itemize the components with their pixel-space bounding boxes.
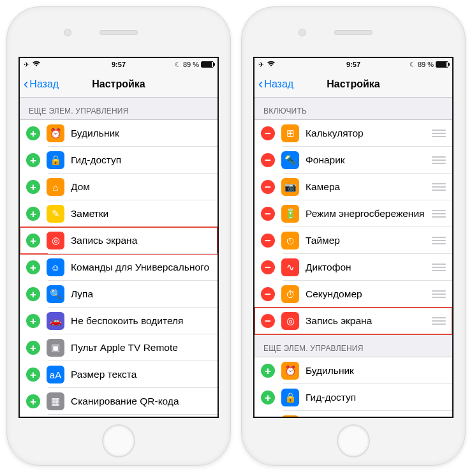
front-camera bbox=[299, 29, 306, 36]
add-button[interactable]: + bbox=[26, 234, 40, 248]
front-camera bbox=[64, 29, 71, 36]
drag-handle-icon[interactable] bbox=[432, 262, 446, 273]
control-label: Будильник bbox=[71, 128, 211, 139]
control-row-lowpower[interactable]: −🔋Режим энергосбережения bbox=[254, 200, 452, 227]
add-button[interactable]: + bbox=[26, 287, 40, 301]
add-button[interactable]: + bbox=[26, 153, 40, 167]
control-row-home[interactable]: +⌂Дом bbox=[254, 411, 452, 417]
wifi-icon bbox=[32, 61, 41, 68]
flashlight-icon: 🔦 bbox=[281, 151, 299, 169]
control-row-guided[interactable]: +🔒Гид-доступ bbox=[20, 147, 218, 174]
control-row-apple_tv[interactable]: +▣Пульт Apple TV Remote bbox=[20, 334, 218, 361]
status-time: 9:57 bbox=[112, 61, 126, 68]
add-button[interactable]: + bbox=[26, 314, 40, 328]
remove-button[interactable]: − bbox=[261, 260, 275, 274]
nav-bar: ‹ Назад Настройка bbox=[20, 71, 218, 98]
section-include-header: ВКЛЮЧИТЬ bbox=[254, 98, 452, 119]
drag-handle-icon[interactable] bbox=[432, 235, 446, 246]
add-button[interactable]: + bbox=[26, 394, 40, 408]
control-row-hearing[interactable]: +👂Слух bbox=[20, 415, 218, 417]
speaker bbox=[334, 30, 372, 35]
control-row-camera[interactable]: −📷Камера bbox=[254, 174, 452, 200]
drag-handle-icon[interactable] bbox=[432, 208, 446, 219]
add-button[interactable]: + bbox=[26, 341, 40, 355]
home-icon: ⌂ bbox=[281, 415, 299, 417]
remove-button[interactable]: − bbox=[261, 287, 275, 301]
control-label: Размер текста bbox=[71, 369, 211, 380]
control-row-alarm[interactable]: +⏰Будильник bbox=[20, 120, 218, 147]
magnifier-icon: 🔍 bbox=[47, 285, 64, 303]
control-row-screenrec[interactable]: −◎Запись экрана bbox=[254, 308, 452, 334]
control-label: Гид-доступ bbox=[306, 392, 446, 403]
remove-button[interactable]: − bbox=[261, 234, 275, 248]
control-row-calculator[interactable]: −⊞Калькулятор bbox=[254, 120, 452, 147]
control-label: Калькулятор bbox=[306, 128, 432, 139]
notes-icon: ✎ bbox=[47, 205, 64, 223]
speaker bbox=[100, 30, 138, 35]
control-row-textsize[interactable]: +aAРазмер текста bbox=[20, 361, 218, 388]
drag-handle-icon[interactable] bbox=[432, 181, 446, 193]
add-button[interactable]: + bbox=[261, 364, 275, 378]
add-button[interactable]: + bbox=[26, 126, 40, 140]
control-label: Запись экрана bbox=[306, 315, 432, 327]
control-row-qr[interactable]: +▦Сканирование QR-кода bbox=[20, 388, 218, 415]
control-row-timer[interactable]: −⏲Таймер bbox=[254, 227, 452, 254]
drag-handle-icon[interactable] bbox=[432, 315, 446, 327]
add-button[interactable]: + bbox=[26, 207, 40, 221]
stopwatch-icon: ⏱ bbox=[281, 285, 299, 303]
drag-handle-icon[interactable] bbox=[432, 288, 446, 300]
control-label: Запись экрана bbox=[71, 235, 211, 246]
add-button[interactable]: + bbox=[26, 180, 40, 194]
drag-handle-icon[interactable] bbox=[432, 154, 446, 166]
remove-button[interactable]: − bbox=[261, 180, 275, 194]
more-controls-list: +⏰Будильник+🔒Гид-доступ+⌂Дом+✎Заметки+☺К… bbox=[254, 357, 452, 417]
control-row-accessibility[interactable]: +☺Команды для Универсального дост… bbox=[20, 254, 218, 281]
more-controls-list: +⏰Будильник+🔒Гид-доступ+⌂Дом+✎Заметки+◎З… bbox=[20, 119, 218, 417]
control-row-alarm[interactable]: +⏰Будильник bbox=[254, 357, 452, 384]
lowpower-icon: 🔋 bbox=[281, 205, 299, 223]
control-row-magnifier[interactable]: +🔍Лупа bbox=[20, 281, 218, 308]
control-label: Дом bbox=[71, 181, 211, 193]
control-label: Фонарик bbox=[306, 154, 432, 166]
control-row-guided[interactable]: +🔒Гид-доступ bbox=[254, 384, 452, 411]
home-icon: ⌂ bbox=[47, 178, 64, 196]
control-row-stopwatch[interactable]: −⏱Секундомер bbox=[254, 281, 452, 308]
control-row-screenrec[interactable]: +◎Запись экрана bbox=[20, 227, 218, 254]
home-button[interactable] bbox=[102, 424, 135, 457]
control-label: Сканирование QR-кода bbox=[71, 396, 211, 407]
back-button[interactable]: ‹ Назад bbox=[254, 77, 297, 91]
add-button[interactable]: + bbox=[261, 390, 275, 405]
remove-button[interactable]: − bbox=[261, 207, 275, 221]
remove-button[interactable]: − bbox=[261, 153, 275, 167]
screen: ✈︎ 9:57 ☾ 89 % ‹ Назад Настройка ВКЛЮЧИТ… bbox=[253, 57, 454, 418]
control-label: Команды для Универсального дост… bbox=[71, 262, 211, 273]
add-button[interactable]: + bbox=[26, 260, 40, 274]
control-label: Заметки bbox=[71, 208, 211, 219]
calculator-icon: ⊞ bbox=[281, 124, 299, 142]
moon-icon: ☾ bbox=[175, 61, 181, 69]
control-row-dnd_drive[interactable]: +🚗Не беспокоить водителя bbox=[20, 308, 218, 334]
control-label: Гид-доступ bbox=[71, 154, 211, 166]
control-row-voicememo[interactable]: −∿Диктофон bbox=[254, 254, 452, 281]
chevron-left-icon: ‹ bbox=[24, 77, 28, 91]
moon-icon: ☾ bbox=[409, 61, 416, 69]
section-more-header: ЕЩЕ ЭЛЕМ. УПРАВЛЕНИЯ bbox=[20, 98, 218, 119]
chevron-left-icon: ‹ bbox=[258, 77, 263, 91]
drag-handle-icon[interactable] bbox=[432, 128, 446, 139]
home-button[interactable] bbox=[337, 424, 370, 457]
back-button[interactable]: ‹ Назад bbox=[20, 77, 63, 91]
control-label: Лупа bbox=[71, 288, 211, 300]
control-row-notes[interactable]: +✎Заметки bbox=[20, 200, 218, 227]
content[interactable]: ЕЩЕ ЭЛЕМ. УПРАВЛЕНИЯ +⏰Будильник+🔒Гид-до… bbox=[20, 98, 218, 417]
content[interactable]: ВКЛЮЧИТЬ −⊞Калькулятор−🔦Фонарик−📷Камера−… bbox=[254, 98, 452, 417]
control-row-flashlight[interactable]: −🔦Фонарик bbox=[254, 147, 452, 174]
remove-button[interactable]: − bbox=[261, 126, 275, 140]
back-label: Назад bbox=[264, 78, 293, 90]
control-row-home[interactable]: +⌂Дом bbox=[20, 174, 218, 200]
add-button[interactable]: + bbox=[26, 368, 40, 382]
section-more-header: ЕЩЕ ЭЛЕМ. УПРАВЛЕНИЯ bbox=[254, 335, 452, 357]
nav-bar: ‹ Назад Настройка bbox=[254, 71, 452, 98]
battery-icon bbox=[436, 61, 448, 68]
included-controls-list: −⊞Калькулятор−🔦Фонарик−📷Камера−🔋Режим эн… bbox=[254, 119, 452, 335]
remove-button[interactable]: − bbox=[261, 314, 275, 328]
